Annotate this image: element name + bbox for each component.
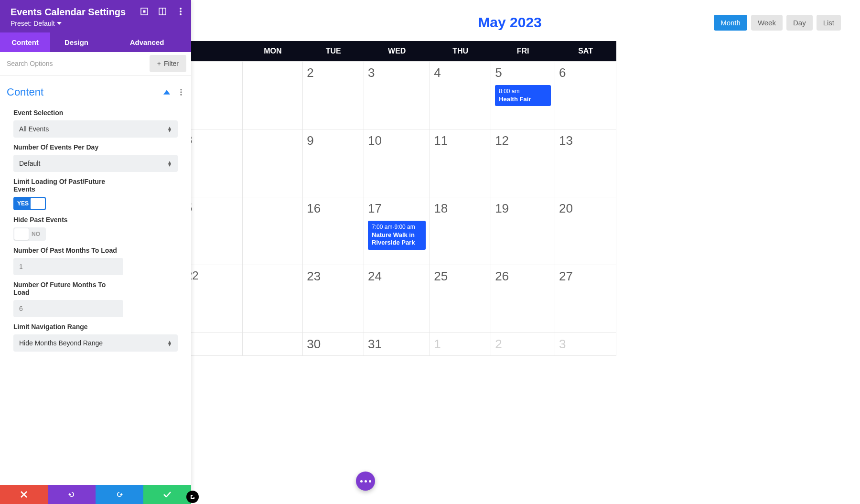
column-icon[interactable] <box>159 8 166 17</box>
input-past-months[interactable] <box>13 258 123 275</box>
calendar-row: 8910111213 <box>182 129 616 197</box>
day-cell[interactable]: 3 <box>555 333 616 356</box>
search-row: + Filter <box>0 52 191 75</box>
svg-point-8 <box>180 91 182 93</box>
day-number: 10 <box>368 133 426 148</box>
tab-advanced[interactable]: Advanced <box>103 32 191 52</box>
day-cell[interactable]: 26 <box>491 265 555 333</box>
tab-design[interactable]: Design <box>50 32 103 52</box>
more-icon[interactable] <box>177 8 184 17</box>
day-number: 27 <box>559 269 612 284</box>
day-cell[interactable]: 18 <box>430 197 491 265</box>
day-cell[interactable]: 9 <box>303 129 364 197</box>
day-cell[interactable] <box>243 197 303 265</box>
day-cell[interactable]: 23 <box>303 265 364 333</box>
field-hide-past: Hide Past Events NO <box>13 216 178 241</box>
day-cell[interactable] <box>243 62 303 129</box>
input-future-months[interactable] <box>13 300 123 317</box>
field-future-months: Number Of Future Months To Load <box>13 281 123 317</box>
day-cell[interactable]: 20 <box>555 197 616 265</box>
day-header: WED <box>364 41 430 62</box>
svg-point-9 <box>180 94 182 96</box>
toggle-limit-loading[interactable]: YES <box>13 197 46 210</box>
field-limit-loading: Limit Loading Of Past/Future Events YES <box>13 178 123 210</box>
field-past-months: Number Of Past Months To Load <box>13 247 123 275</box>
day-number: 11 <box>434 133 487 148</box>
field-event-selection: Event Selection All Events ▴▾ <box>13 109 178 138</box>
day-cell[interactable]: 30 <box>303 333 364 356</box>
day-cell[interactable]: 58:00 amHealth Fair <box>491 62 555 129</box>
day-cell[interactable] <box>243 129 303 197</box>
select-events-per-day[interactable]: Default <box>13 155 178 172</box>
day-cell[interactable]: 6 <box>555 62 616 129</box>
options-scroll[interactable]: Content Event Selection All Events ▴▾ Nu… <box>0 75 191 356</box>
svg-rect-1 <box>143 11 146 13</box>
days-header-row: MON TUE WED THU FRI SAT <box>182 41 616 62</box>
calendar-row: 516177:00 am-9:00 amNature Walk in River… <box>182 197 616 265</box>
day-cell[interactable]: 25 <box>430 265 491 333</box>
day-number: 1 <box>434 337 487 352</box>
event-time: 7:00 am-9:00 am <box>372 224 422 230</box>
day-number: 17 <box>368 201 426 216</box>
day-cell[interactable]: 1 <box>430 333 491 356</box>
day-cell[interactable]: 177:00 am-9:00 amNature Walk in Riversid… <box>364 197 430 265</box>
chevron-up-icon[interactable] <box>163 89 170 96</box>
view-list[interactable]: List <box>817 15 841 31</box>
preset-dropdown[interactable]: Preset: Default <box>11 20 62 27</box>
day-cell[interactable]: 2 <box>303 62 364 129</box>
day-cell[interactable]: 3 <box>364 62 430 129</box>
day-number: 2 <box>495 337 551 352</box>
expand-icon[interactable] <box>140 8 148 17</box>
tab-content[interactable]: Content <box>0 32 50 52</box>
day-cell[interactable]: 11 <box>430 129 491 197</box>
svg-point-5 <box>180 11 182 12</box>
toggle-hide-past[interactable]: NO <box>13 227 46 241</box>
day-cell[interactable]: 13 <box>555 129 616 197</box>
label-future-months: Number Of Future Months To Load <box>13 281 123 296</box>
day-cell[interactable] <box>243 333 303 356</box>
view-month[interactable]: Month <box>714 15 747 31</box>
day-cell[interactable]: 19 <box>491 197 555 265</box>
day-number: 18 <box>434 201 487 216</box>
select-event-selection[interactable]: All Events <box>13 120 178 138</box>
day-number: 24 <box>368 269 426 284</box>
day-number: 3 <box>368 65 426 80</box>
day-cell[interactable]: 2 <box>491 333 555 356</box>
field-nav-range: Limit Navigation Range Hide Months Beyon… <box>13 323 178 352</box>
day-cell[interactable]: 12 <box>491 129 555 197</box>
day-cell[interactable] <box>243 265 303 333</box>
day-number: 25 <box>434 269 487 284</box>
view-week[interactable]: Week <box>751 15 783 31</box>
search-input[interactable] <box>0 54 150 73</box>
calendar-title: May 2023 <box>306 14 714 31</box>
toggle-on-text: YES <box>17 200 29 207</box>
svg-point-7 <box>180 89 182 91</box>
day-cell[interactable]: 10 <box>364 129 430 197</box>
calendar-event[interactable]: 7:00 am-9:00 amNature Walk in Riverside … <box>368 221 426 250</box>
day-cell[interactable]: 16 <box>303 197 364 265</box>
day-cell[interactable]: 4 <box>430 62 491 129</box>
day-cell[interactable]: 24 <box>364 265 430 333</box>
label-nav-range: Limit Navigation Range <box>13 323 178 331</box>
day-number: 9 <box>307 133 360 148</box>
section-content-header[interactable]: Content <box>0 81 191 103</box>
toggle-knob <box>14 228 29 240</box>
day-cell[interactable]: 31 <box>364 333 430 356</box>
section-more-icon[interactable] <box>178 89 184 96</box>
day-header: SAT <box>555 41 616 62</box>
label-past-months: Number Of Past Months To Load <box>13 247 123 254</box>
calendar-event[interactable]: 8:00 amHealth Fair <box>495 85 551 106</box>
view-day[interactable]: Day <box>786 15 813 31</box>
settings-panel: Events Calendar Settings Preset: Default… <box>0 0 191 356</box>
toggle-knob <box>31 198 45 209</box>
calendar-grid: MON TUE WED THU FRI SAT 23458:00 amHealt… <box>182 41 616 356</box>
event-time: 8:00 am <box>499 88 547 95</box>
day-number: 4 <box>434 65 487 80</box>
calendar-area: May 2023 Month Week Day List MON TUE WED… <box>191 0 860 356</box>
label-hide-past: Hide Past Events <box>13 216 178 224</box>
select-nav-range[interactable]: Hide Months Beyond Range <box>13 334 178 352</box>
filter-button[interactable]: + Filter <box>150 55 186 72</box>
label-limit-loading: Limit Loading Of Past/Future Events <box>13 178 123 193</box>
day-cell[interactable]: 27 <box>555 265 616 333</box>
day-header: FRI <box>491 41 555 62</box>
